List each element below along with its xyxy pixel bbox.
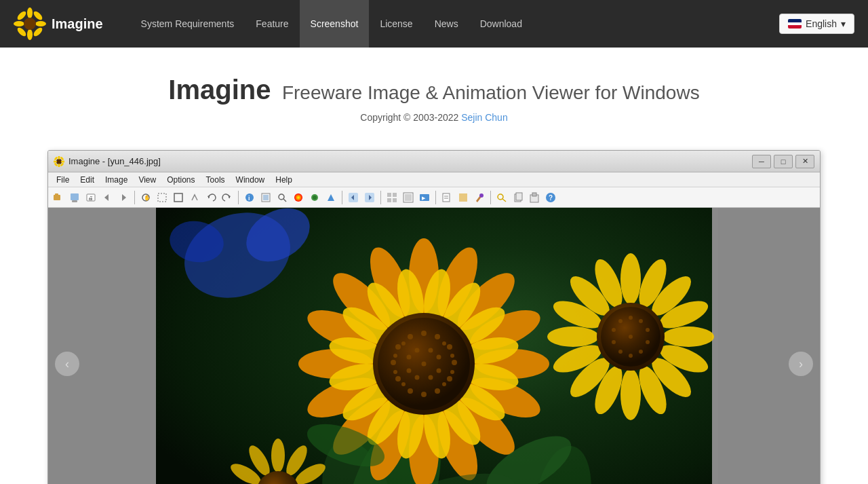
toolbar-btn-nav1[interactable] bbox=[323, 190, 338, 205]
toolbar-btn-help[interactable]: ? bbox=[543, 190, 558, 205]
toolbar-btn2[interactable] bbox=[67, 190, 82, 205]
toolbar-separator1 bbox=[134, 191, 135, 204]
svg-point-113 bbox=[435, 388, 440, 394]
svg-point-149 bbox=[547, 327, 599, 347]
svg-point-131 bbox=[442, 382, 446, 386]
nav-link-news[interactable]: News bbox=[424, 0, 469, 48]
author-link[interactable]: Sejin Chun bbox=[461, 112, 508, 123]
toolbar-btn-crop[interactable] bbox=[456, 190, 471, 205]
toolbar-btn-copy[interactable] bbox=[511, 190, 526, 205]
svg-point-163 bbox=[612, 328, 616, 332]
svg-point-126 bbox=[407, 355, 412, 360]
svg-point-108 bbox=[421, 331, 427, 336]
svg-marker-31 bbox=[208, 195, 210, 198]
toolbar: 🖨 ✋ bbox=[48, 187, 820, 208]
next-image-button[interactable]: › bbox=[789, 352, 813, 376]
toolbar-btn4[interactable] bbox=[100, 190, 115, 205]
svg-point-157 bbox=[646, 328, 650, 332]
toolbar-btn-slide[interactable]: ▶ bbox=[417, 190, 432, 205]
toolbar-open-btn[interactable] bbox=[51, 190, 66, 205]
title-bar: Imagine - [yun_446.jpg] ─ □ ✕ bbox=[48, 151, 820, 172]
svg-line-38 bbox=[283, 199, 286, 202]
svg-marker-42 bbox=[328, 194, 334, 201]
prev-image-button[interactable]: ‹ bbox=[55, 352, 79, 376]
toolbar-btn-back[interactable] bbox=[346, 190, 361, 205]
toolbar-info-btn[interactable]: i bbox=[242, 190, 257, 205]
main-image-canvas bbox=[150, 208, 718, 484]
toolbar-btn-paste[interactable] bbox=[527, 190, 542, 205]
toolbar-fit-btn[interactable] bbox=[258, 190, 273, 205]
svg-point-127 bbox=[415, 348, 420, 353]
app-icon bbox=[54, 156, 64, 167]
svg-text:?: ? bbox=[549, 194, 553, 202]
maximize-button[interactable]: □ bbox=[774, 155, 793, 168]
menu-help[interactable]: Help bbox=[270, 174, 298, 186]
svg-point-129 bbox=[450, 354, 454, 358]
svg-rect-30 bbox=[174, 193, 182, 202]
svg-point-115 bbox=[408, 388, 413, 394]
toolbar-btn9[interactable] bbox=[187, 190, 202, 205]
menu-edit[interactable]: Edit bbox=[75, 174, 100, 186]
svg-point-59 bbox=[479, 193, 484, 198]
toolbar-btn5[interactable] bbox=[116, 190, 131, 205]
menu-tools[interactable]: Tools bbox=[201, 174, 231, 186]
svg-point-60 bbox=[498, 194, 503, 200]
svg-point-141 bbox=[663, 327, 714, 347]
nav-link-feature[interactable]: Feature bbox=[245, 0, 299, 48]
menu-view[interactable]: View bbox=[133, 174, 161, 186]
toolbar-btn6[interactable]: ✋ bbox=[138, 190, 153, 205]
toolbar-separator5 bbox=[435, 191, 436, 204]
navbar: Imagine System Requirements Feature Scre… bbox=[0, 0, 868, 48]
toolbar-btn-full[interactable] bbox=[401, 190, 416, 205]
toolbar-zoom-btn[interactable] bbox=[275, 190, 290, 205]
nav-brand[interactable]: Imagine bbox=[14, 7, 103, 40]
right-sidebar-panel bbox=[718, 208, 820, 484]
hero-heading: Imagine Freeware Image & Animation Viewe… bbox=[14, 75, 854, 105]
toolbar-btn7[interactable] bbox=[155, 190, 170, 205]
hero-subtitle: Freeware Image & Animation Viewer for Wi… bbox=[282, 82, 700, 103]
menu-window[interactable]: Window bbox=[231, 174, 271, 186]
toolbar-separator3 bbox=[342, 191, 342, 204]
svg-point-117 bbox=[391, 360, 396, 365]
flag-icon bbox=[788, 19, 802, 29]
svg-point-10 bbox=[56, 159, 62, 164]
svg-point-159 bbox=[639, 350, 643, 354]
nav-link-system-requirements[interactable]: System Requirements bbox=[130, 0, 245, 48]
nav-link-license[interactable]: License bbox=[369, 0, 423, 48]
svg-point-109 bbox=[435, 334, 440, 339]
svg-rect-21 bbox=[71, 193, 79, 200]
toolbar-btn3[interactable]: 🖨 bbox=[83, 190, 98, 205]
menu-bar: File Edit Image View Options Tools Windo… bbox=[48, 172, 820, 187]
toolbar-btn-green[interactable] bbox=[307, 190, 322, 205]
close-button[interactable]: ✕ bbox=[795, 155, 814, 168]
toolbar-color-btn[interactable] bbox=[291, 190, 306, 205]
svg-point-135 bbox=[393, 354, 397, 358]
toolbar-btn-forward[interactable] bbox=[362, 190, 377, 205]
nav-link-screenshot[interactable]: Screenshot bbox=[300, 0, 370, 48]
toolbar-btn-key[interactable] bbox=[494, 190, 509, 205]
menu-image[interactable]: Image bbox=[100, 174, 133, 186]
svg-point-41 bbox=[313, 196, 317, 200]
language-selector[interactable]: English ▾ bbox=[779, 14, 854, 34]
screenshot-container: Imagine - [yun_446.jpg] ─ □ ✕ File Edit … bbox=[47, 150, 821, 484]
svg-marker-25 bbox=[104, 194, 108, 201]
toolbar-undo[interactable] bbox=[203, 190, 218, 205]
toolbar-btn-paint[interactable] bbox=[472, 190, 487, 205]
svg-point-164 bbox=[618, 319, 623, 323]
toolbar-redo[interactable] bbox=[220, 190, 235, 205]
svg-point-110 bbox=[447, 344, 452, 350]
svg-point-160 bbox=[629, 354, 633, 358]
svg-rect-55 bbox=[443, 193, 450, 202]
svg-text:🖨: 🖨 bbox=[88, 196, 93, 200]
toolbar-btn-edit[interactable] bbox=[439, 190, 454, 205]
menu-options[interactable]: Options bbox=[161, 174, 200, 186]
svg-rect-64 bbox=[532, 193, 536, 196]
svg-marker-26 bbox=[122, 194, 126, 201]
toolbar-btn-grid[interactable] bbox=[384, 190, 399, 205]
nav-link-download[interactable]: Download bbox=[469, 0, 533, 48]
toolbar-btn8[interactable] bbox=[171, 190, 186, 205]
svg-point-118 bbox=[395, 344, 401, 350]
menu-file[interactable]: File bbox=[51, 174, 75, 186]
minimize-button[interactable]: ─ bbox=[752, 155, 771, 168]
svg-text:✋: ✋ bbox=[144, 194, 151, 201]
